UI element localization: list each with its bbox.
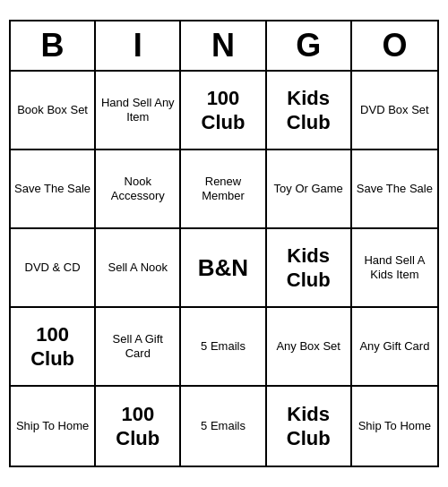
header-cell-o: O xyxy=(352,21,437,70)
bingo-cell-22: 5 Emails xyxy=(181,387,266,466)
bingo-cell-24: Ship To Home xyxy=(352,387,437,466)
bingo-header: BINGO xyxy=(11,21,437,72)
bingo-cell-14: Hand Sell A Kids Item xyxy=(352,229,437,308)
bingo-cell-3: Kids Club xyxy=(267,72,352,150)
bingo-cell-13: Kids Club xyxy=(267,229,352,308)
bingo-cell-15: 100 Club xyxy=(11,308,96,387)
bingo-cell-0: Book Box Set xyxy=(11,72,96,150)
bingo-cell-7: Renew Member xyxy=(181,150,266,229)
bingo-card: BINGO Book Box SetHand Sell Any Item100 … xyxy=(9,20,439,467)
bingo-cell-4: DVD Box Set xyxy=(352,72,437,150)
bingo-cell-23: Kids Club xyxy=(267,387,352,466)
bingo-cell-10: DVD & CD xyxy=(11,229,96,308)
bingo-cell-20: Ship To Home xyxy=(11,387,96,466)
bingo-cell-6: Nook Accessory xyxy=(96,150,181,229)
bingo-cell-8: Toy Or Game xyxy=(267,150,352,229)
bingo-grid: Book Box SetHand Sell Any Item100 ClubKi… xyxy=(11,72,437,466)
bingo-cell-9: Save The Sale xyxy=(352,150,437,229)
bingo-cell-2: 100 Club xyxy=(181,72,266,150)
bingo-cell-16: Sell A Gift Card xyxy=(96,308,181,387)
bingo-cell-19: Any Gift Card xyxy=(352,308,437,387)
bingo-cell-17: 5 Emails xyxy=(181,308,266,387)
bingo-cell-21: 100 Club xyxy=(96,387,181,466)
header-cell-i: I xyxy=(96,21,181,70)
header-cell-b: B xyxy=(11,21,96,70)
bingo-cell-1: Hand Sell Any Item xyxy=(96,72,181,150)
bingo-cell-5: Save The Sale xyxy=(11,150,96,229)
bingo-cell-12: B&N xyxy=(181,229,266,308)
header-cell-n: N xyxy=(181,21,266,70)
header-cell-g: G xyxy=(267,21,352,70)
bingo-cell-11: Sell A Nook xyxy=(96,229,181,308)
bingo-cell-18: Any Box Set xyxy=(267,308,352,387)
